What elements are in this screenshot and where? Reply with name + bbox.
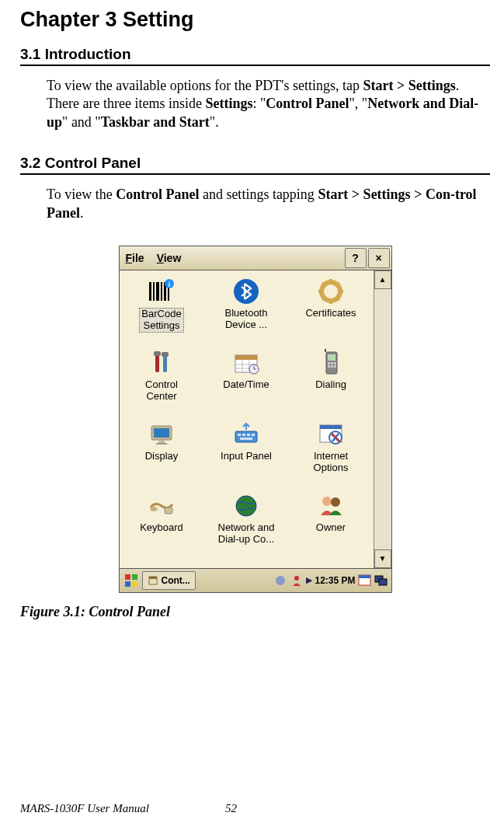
svg-point-59 bbox=[331, 497, 340, 507]
svg-rect-71 bbox=[379, 579, 387, 585]
cp-item-label: Keyboard bbox=[140, 522, 183, 534]
scroll-up-button[interactable]: ▲ bbox=[374, 270, 391, 289]
menu-view[interactable]: View bbox=[151, 252, 188, 264]
svg-rect-69 bbox=[359, 575, 370, 578]
svg-rect-20 bbox=[154, 351, 161, 356]
svg-rect-34 bbox=[328, 362, 330, 364]
svg-text:i: i bbox=[169, 281, 171, 288]
svg-rect-55 bbox=[165, 507, 172, 514]
scroll-track[interactable] bbox=[374, 289, 391, 549]
cp-item-label: BluetoothDevice ... bbox=[225, 308, 268, 331]
svg-rect-65 bbox=[149, 577, 157, 579]
help-button[interactable]: ? bbox=[345, 248, 367, 268]
cp-item-label: Dialing bbox=[315, 379, 346, 391]
cp-item-keyboard2[interactable]: Keyboard bbox=[120, 490, 204, 561]
cp-item-owner[interactable]: Owner bbox=[289, 490, 374, 561]
control-panel-grid: iBarCodeSettingsBluetoothDevice ...Certi… bbox=[120, 270, 374, 568]
cp-item-label: Display bbox=[145, 451, 179, 462]
window-titlebar: File View ? × bbox=[119, 246, 392, 270]
svg-rect-52 bbox=[320, 425, 342, 429]
close-button[interactable]: × bbox=[368, 248, 390, 268]
taskbar-task[interactable]: Cont... bbox=[142, 571, 196, 590]
keyboard-icon bbox=[231, 420, 261, 449]
menu-file[interactable]: File bbox=[120, 252, 151, 264]
svg-rect-35 bbox=[331, 362, 333, 364]
svg-rect-38 bbox=[331, 365, 333, 368]
svg-rect-44 bbox=[156, 443, 167, 445]
svg-rect-46 bbox=[238, 434, 241, 436]
svg-rect-2 bbox=[156, 282, 159, 301]
taskbar-clock[interactable]: 12:35 PM bbox=[315, 575, 355, 586]
svg-point-54 bbox=[150, 507, 158, 511]
phone-icon bbox=[316, 348, 346, 378]
cp-item-label: Date/Time bbox=[223, 379, 269, 391]
svg-rect-62 bbox=[125, 581, 130, 587]
scrollbar[interactable]: ▲ ▼ bbox=[374, 270, 391, 568]
gear-icon bbox=[316, 277, 346, 306]
svg-rect-21 bbox=[163, 355, 167, 372]
tray-connect-icon[interactable] bbox=[273, 574, 287, 588]
scroll-down-button[interactable]: ▼ bbox=[374, 549, 391, 568]
tray-person-icon[interactable] bbox=[290, 574, 304, 588]
section-body-3-1: To view the available options for the PD… bbox=[47, 77, 490, 131]
cp-item-bluetooth[interactable]: BluetoothDevice ... bbox=[204, 275, 289, 347]
tray-desktop-icon[interactable] bbox=[374, 574, 388, 588]
barcode-icon: i bbox=[147, 277, 176, 306]
svg-point-10 bbox=[327, 288, 335, 295]
svg-line-18 bbox=[336, 283, 339, 286]
keyboard2-icon bbox=[147, 491, 176, 521]
svg-rect-60 bbox=[125, 574, 130, 580]
svg-point-66 bbox=[276, 576, 285, 585]
svg-rect-33 bbox=[328, 354, 335, 361]
cp-item-gear[interactable]: Certificates bbox=[289, 275, 374, 347]
cp-item-label: BarCodeSettings bbox=[139, 308, 183, 333]
bluetooth-icon bbox=[231, 277, 261, 306]
svg-rect-1 bbox=[153, 282, 155, 301]
cp-item-label: Owner bbox=[316, 522, 346, 534]
svg-rect-45 bbox=[235, 431, 257, 442]
svg-line-17 bbox=[322, 297, 325, 300]
calendar-icon bbox=[231, 348, 261, 378]
tray-arrow-icon: ▶ bbox=[306, 575, 312, 585]
svg-rect-24 bbox=[235, 355, 257, 360]
cp-item-display[interactable]: Display bbox=[120, 418, 204, 490]
footer-page-number: 52 bbox=[225, 802, 237, 815]
svg-rect-37 bbox=[328, 365, 330, 368]
figure-caption: Figure 3.1: Control Panel bbox=[20, 604, 490, 620]
svg-line-16 bbox=[336, 297, 339, 300]
cp-item-keyboard[interactable]: Input Panel bbox=[204, 418, 289, 490]
svg-rect-50 bbox=[240, 438, 252, 440]
section-body-3-2: To view the Control Panel and settings t… bbox=[47, 186, 490, 222]
cp-item-label: Certificates bbox=[305, 308, 356, 319]
cp-item-internet[interactable]: InternetOptions bbox=[289, 418, 374, 490]
svg-rect-48 bbox=[247, 434, 250, 436]
svg-rect-63 bbox=[132, 581, 137, 587]
svg-rect-19 bbox=[155, 354, 159, 372]
svg-rect-49 bbox=[252, 434, 255, 436]
svg-rect-3 bbox=[161, 282, 162, 301]
tray-calendar-icon[interactable] bbox=[358, 574, 372, 588]
tools-icon bbox=[147, 348, 176, 378]
svg-rect-43 bbox=[158, 441, 165, 443]
internet-icon bbox=[316, 420, 346, 449]
owner-icon bbox=[316, 491, 346, 521]
cp-item-calendar[interactable]: Date/Time bbox=[204, 347, 289, 418]
control-panel-screenshot: File View ? × iBarCodeSettingsBluetoothD… bbox=[119, 246, 392, 593]
cp-item-phone[interactable]: Dialing bbox=[289, 347, 374, 418]
cp-item-barcode[interactable]: iBarCodeSettings bbox=[120, 275, 204, 347]
svg-rect-39 bbox=[334, 365, 336, 368]
start-button-icon[interactable] bbox=[123, 572, 140, 589]
svg-point-58 bbox=[322, 497, 332, 506]
network-icon bbox=[231, 491, 261, 521]
svg-rect-0 bbox=[149, 282, 151, 301]
svg-rect-22 bbox=[162, 352, 169, 357]
chapter-title: Chapter 3 Setting bbox=[20, 8, 490, 32]
cp-item-label: ControlCenter bbox=[145, 379, 178, 403]
display-icon bbox=[147, 420, 176, 449]
taskbar: Cont... ▶ 12:35 PM bbox=[119, 569, 392, 593]
cp-item-tools[interactable]: ControlCenter bbox=[120, 347, 204, 418]
section-heading-3-1: 3.1 Introduction bbox=[20, 46, 490, 66]
cp-item-label: Network andDial-up Co... bbox=[218, 522, 275, 546]
cp-item-network[interactable]: Network andDial-up Co... bbox=[204, 490, 289, 561]
cp-item-label: InternetOptions bbox=[314, 451, 349, 474]
